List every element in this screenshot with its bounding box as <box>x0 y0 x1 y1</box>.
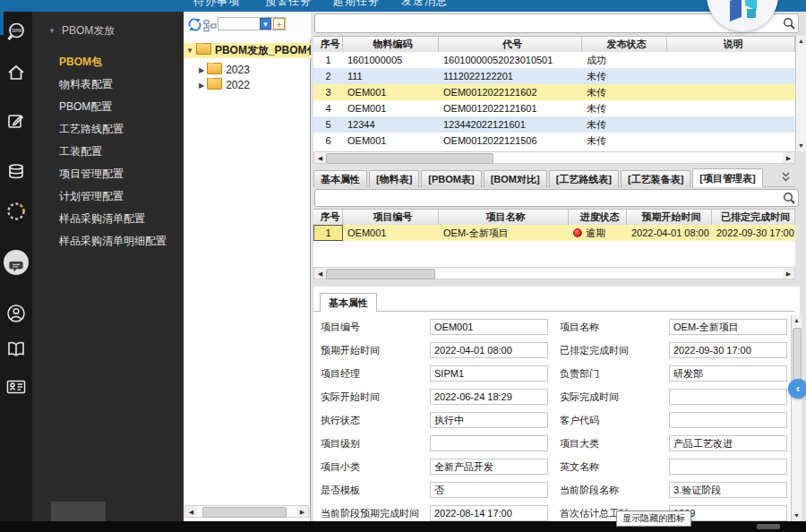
detail-tab[interactable]: [工艺路线表] <box>549 170 619 187</box>
chat-icon[interactable] <box>0 250 32 275</box>
spinner-icon[interactable] <box>0 201 32 222</box>
scrollbar-thumb[interactable] <box>326 269 435 279</box>
caret-down-icon: ▼ <box>186 43 193 58</box>
form-input[interactable] <box>669 319 787 335</box>
form-input[interactable] <box>430 482 548 498</box>
sidebar-item[interactable]: 工装配置 <box>32 141 184 163</box>
scroll-left-icon[interactable]: ◀ <box>314 268 326 279</box>
refresh-icon[interactable] <box>187 17 202 32</box>
scroll-right-icon[interactable]: ▶ <box>783 268 794 279</box>
form-input[interactable] <box>669 389 787 405</box>
hierarchy-icon[interactable] <box>203 20 217 32</box>
form-field-label: 实际完成时间 <box>560 389 667 406</box>
material-table-vscrollbar[interactable]: ▲ ▼ <box>795 36 806 151</box>
scrollbar-track[interactable] <box>197 506 296 517</box>
material-table-row[interactable]: 1160100000516010000052023010501成功 <box>313 52 795 68</box>
topbar-menu-item[interactable]: 待办事项 <box>193 0 240 9</box>
tree-node[interactable]: ▶2023 <box>184 63 311 78</box>
column-header: 序号 <box>313 210 343 225</box>
material-table-row[interactable]: 3OEM001OEM0012022121602未传 <box>313 84 795 100</box>
form-input[interactable] <box>430 389 548 405</box>
database-icon[interactable] <box>0 162 32 182</box>
scroll-right-icon[interactable]: ▶ <box>296 506 308 517</box>
sidebar-item[interactable]: 工艺路线配置 <box>32 118 184 141</box>
scrollbar-track[interactable] <box>326 268 783 279</box>
form-input[interactable] <box>430 459 548 475</box>
edit-icon[interactable] <box>0 111 32 131</box>
form-input[interactable] <box>669 459 787 475</box>
scrollbar-track[interactable] <box>326 152 783 163</box>
column-header: 项目编号 <box>343 210 439 225</box>
topbar-menu-item[interactable]: 预警任务 <box>265 0 312 9</box>
material-table-hscrollbar[interactable]: ◀ ▶ <box>313 151 795 164</box>
detail-tab[interactable]: [工艺装备表] <box>621 170 690 187</box>
project-table-row[interactable]: 1OEM001OEM-全新项目逾期2022-04-01 08:002022-09… <box>313 225 795 241</box>
sipm-search-icon[interactable]: SIPM <box>0 21 32 43</box>
form-vscrollbar[interactable]: ▲ ▼ <box>791 315 802 521</box>
form-tab-basic[interactable]: 基本属性 <box>320 293 377 312</box>
support-headset-icon[interactable] <box>0 303 32 324</box>
form-input[interactable] <box>669 365 787 382</box>
more-tabs-icon[interactable] <box>781 171 791 183</box>
topbar: 待办事项预警任务超期任务发送消息 <box>0 0 806 12</box>
material-table-row[interactable]: 6OEM001OEM0012022121506未传 <box>313 133 795 149</box>
scroll-up-icon[interactable]: ▲ <box>796 36 806 47</box>
project-table-hscrollbar[interactable]: ◀ ▶ <box>313 267 795 279</box>
book-icon[interactable] <box>0 339 32 359</box>
form-input[interactable] <box>669 342 787 358</box>
detail-tab[interactable]: 基本属性 <box>313 170 367 187</box>
form-input[interactable] <box>669 435 787 451</box>
sidebar-item[interactable]: PBOM配置 <box>32 96 184 118</box>
form-input[interactable] <box>430 342 548 358</box>
detail-tab[interactable]: [项目管理表] <box>692 168 762 187</box>
tree-node[interactable]: ▶2022 <box>184 78 311 93</box>
collapse-panel-button[interactable]: ‹ <box>788 379 806 399</box>
form-input[interactable] <box>669 412 787 428</box>
project-table: 1OEM001OEM-全新项目逾期2022-04-01 08:002022-09… <box>313 225 795 241</box>
project-search-input[interactable] <box>314 189 799 207</box>
sidebar-item[interactable]: 样品采购清单配置 <box>32 208 184 230</box>
sidebar-item[interactable]: 项目管理配置 <box>32 163 184 185</box>
form-input[interactable] <box>430 505 548 521</box>
form-field-label: 项目经理 <box>321 365 428 382</box>
column-header: 已排定完成时间 <box>712 210 795 225</box>
form-input[interactable] <box>430 435 548 451</box>
tree-node-root[interactable]: ▼PBOM发放_PBOM包 <box>184 43 311 58</box>
form-input[interactable] <box>430 412 548 428</box>
search-icon[interactable] <box>783 192 796 205</box>
scrollbar-track[interactable] <box>792 326 802 511</box>
sidebar-item[interactable]: 计划管理配置 <box>32 185 184 208</box>
scroll-left-icon[interactable]: ◀ <box>314 152 326 163</box>
form-input[interactable] <box>430 319 548 335</box>
detail-tab[interactable]: [PBOM表] <box>421 170 481 187</box>
form-input[interactable] <box>430 365 548 382</box>
material-table-row[interactable]: 512344123442022121601未传 <box>313 116 795 133</box>
scroll-up-icon[interactable]: ▲ <box>792 315 802 326</box>
material-table-row[interactable]: 4OEM001OEM0012022121601未传 <box>313 100 795 116</box>
scroll-right-icon[interactable]: ▶ <box>783 152 794 163</box>
form-input[interactable] <box>669 482 787 498</box>
scroll-down-icon[interactable]: ▼ <box>796 141 806 151</box>
svg-text:SIPM: SIPM <box>12 29 21 33</box>
tree-filter-dropdown-button[interactable]: ▾ <box>260 18 271 30</box>
search-icon[interactable] <box>783 17 796 30</box>
sidebar-group-pbom[interactable]: ▼PBOM发放 <box>48 23 115 39</box>
form-field-label: 项目大类 <box>560 435 667 452</box>
topbar-menu-item[interactable]: 超期任务 <box>333 0 380 9</box>
contact-card-icon[interactable] <box>0 377 32 397</box>
scroll-left-icon[interactable]: ◀ <box>185 506 197 517</box>
detail-tab[interactable]: [BOM对比] <box>484 170 547 187</box>
tree-add-button[interactable]: ＋ <box>273 18 285 30</box>
tree-hscrollbar[interactable]: ◀ ▶ <box>184 505 309 518</box>
scrollbar-thumb[interactable] <box>326 153 493 164</box>
sidebar-item[interactable]: PBOM包 <box>32 51 184 73</box>
detail-tab[interactable]: [物料表] <box>369 170 419 187</box>
sidebar-item[interactable]: 样品采购清单明细配置 <box>32 230 184 253</box>
material-table-row[interactable]: 21111112022122201未传 <box>313 68 795 84</box>
topbar-menu-item[interactable]: 发送消息 <box>401 0 448 9</box>
home-icon[interactable] <box>0 63 32 82</box>
scrollbar-thumb[interactable] <box>202 507 287 518</box>
scroll-down-icon[interactable]: ▼ <box>792 511 802 521</box>
sidebar-item[interactable]: 物料表配置 <box>32 73 184 96</box>
scrollbar-track[interactable] <box>796 47 806 141</box>
